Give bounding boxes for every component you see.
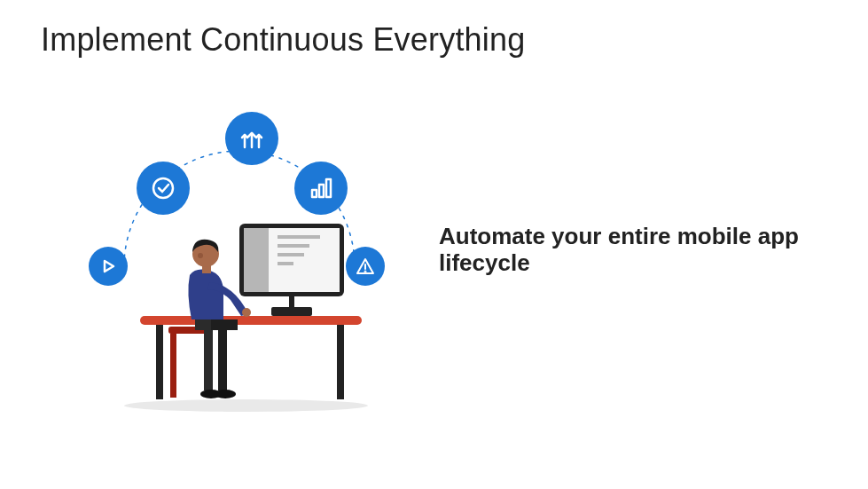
svg-point-9: [242, 308, 251, 317]
illustration: [80, 106, 399, 417]
svg-point-8: [215, 390, 236, 398]
slide: Implement Continuous Everything Automate…: [0, 0, 868, 489]
branch-arrows-icon: [225, 112, 278, 165]
play-icon: [89, 247, 128, 286]
svg-rect-2: [326, 179, 331, 197]
floor-shadow: [124, 399, 368, 412]
monitor-screen: [244, 228, 340, 292]
checkmark-circle-icon: [137, 162, 190, 215]
svg-point-12: [198, 253, 203, 258]
person-at-desk: [160, 231, 257, 399]
desk-leg-right: [337, 325, 344, 399]
svg-point-3: [153, 178, 173, 198]
desk-scene: [124, 222, 372, 408]
svg-rect-1: [319, 185, 324, 197]
svg-rect-0: [312, 190, 317, 197]
slide-subhead: Automate your entire mobile app lifecycl…: [439, 224, 850, 277]
monitor-stand-base: [271, 307, 312, 316]
slide-title: Implement Continuous Everything: [41, 21, 525, 59]
svg-rect-6: [170, 334, 176, 398]
bar-chart-icon: [294, 162, 348, 215]
